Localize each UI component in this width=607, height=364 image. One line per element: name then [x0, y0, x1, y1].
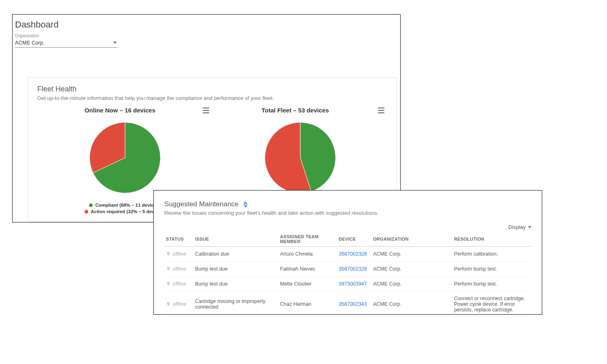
status-cell: offline: [166, 251, 192, 257]
cell-issue: Calibration due: [193, 247, 278, 262]
maintenance-window: Suggested Maintenance Review the issues …: [153, 190, 542, 315]
device-link[interactable]: 3567002328: [339, 251, 367, 257]
device-link[interactable]: 3567002343: [339, 301, 367, 307]
device-link[interactable]: 3973003947: [339, 281, 367, 287]
table-row: offlineCartridge missing or improperly c…: [164, 292, 531, 317]
fleet-health-subtitle: Get up-to-the-minute information that he…: [37, 95, 388, 101]
cell-resolution: Perform bump test.: [452, 262, 531, 277]
col-status: STATUS: [164, 232, 193, 247]
table-row: offlineBump test dueFatimah Nieves356700…: [164, 262, 531, 277]
hamburger-icon[interactable]: [378, 108, 384, 113]
location-pin-icon: [166, 266, 171, 272]
cell-resolution: Perform bump test.: [452, 277, 531, 292]
cell-member: Mette Cloutier: [278, 277, 337, 292]
pie-total-fleet: [262, 119, 339, 196]
location-pin-icon: [166, 281, 171, 287]
display-label: Display: [508, 224, 526, 230]
cell-issue: Bump test due: [193, 262, 278, 277]
table-row: offlineBump test dueMette Cloutier397300…: [164, 277, 531, 292]
maintenance-subtitle: Review the issues concerning your fleet'…: [164, 210, 531, 216]
fleet-health-title: Fleet Health: [37, 85, 388, 93]
location-pin-icon: [166, 301, 171, 307]
device-link[interactable]: 3567002328: [339, 266, 367, 272]
legend-action-required: Action required (32% – 5 devices): [85, 209, 165, 214]
cell-org: ACME Corp.: [371, 292, 452, 317]
refresh-icon[interactable]: [242, 201, 248, 207]
display-dropdown[interactable]: Display: [508, 224, 531, 230]
col-device: DEVICE: [337, 232, 371, 247]
status-text: offline: [173, 266, 186, 272]
location-pin-icon: [166, 251, 171, 257]
col-member: ASSIGNED TEAM MEMBER: [278, 232, 337, 247]
chart-total-title: Total Fleet – 53 devices: [212, 107, 378, 114]
pie-online-now: [87, 119, 163, 196]
page-title: Dashboard: [13, 15, 400, 32]
dot-icon: [85, 210, 88, 214]
chart-online-title: Online Now – 16 devices: [37, 107, 203, 114]
cell-org: ACME Corp.: [371, 277, 452, 292]
cell-resolution: Perform calibration.: [452, 247, 531, 262]
organization-value: ACME Corp.: [15, 40, 45, 46]
status-cell: offline: [166, 301, 192, 307]
organization-label: Organization: [15, 33, 117, 38]
cell-issue: Cartridge missing or improperly connecte…: [193, 292, 278, 317]
cell-org: ACME Corp.: [371, 262, 452, 277]
status-text: offline: [173, 281, 186, 287]
maintenance-table: STATUS ISSUE ASSIGNED TEAM MEMBER DEVICE…: [164, 232, 531, 317]
maintenance-tbody: offlineCalibration dueArturo Chmela35670…: [164, 247, 531, 317]
col-org: ORGANIZATION: [371, 232, 452, 247]
cell-member: Chaz Harman: [278, 292, 337, 317]
legend-compliant: Compliant (68% – 11 devices): [89, 203, 160, 207]
organization-select[interactable]: ACME Corp.: [15, 39, 117, 48]
status-cell: offline: [166, 266, 192, 272]
cell-org: ACME Corp.: [371, 247, 452, 262]
chevron-down-icon: [528, 226, 531, 228]
cell-member: Fatimah Nieves: [278, 262, 337, 277]
cell-member: Arturo Chmela: [278, 247, 337, 262]
col-issue: ISSUE: [193, 232, 278, 247]
status-text: offline: [173, 251, 186, 257]
cell-issue: Bump test due: [193, 277, 278, 292]
status-cell: offline: [166, 281, 192, 287]
status-text: offline: [173, 301, 186, 307]
cell-resolution: Connect or reconnect cartridge. Power cy…: [452, 292, 531, 317]
chevron-down-icon: [113, 42, 117, 44]
dot-icon: [89, 203, 93, 207]
col-resolution: RESOLUTION: [452, 232, 531, 247]
table-row: offlineCalibration dueArturo Chmela35670…: [164, 247, 531, 262]
maintenance-title: Suggested Maintenance: [164, 200, 238, 208]
hamburger-icon[interactable]: [203, 108, 209, 113]
